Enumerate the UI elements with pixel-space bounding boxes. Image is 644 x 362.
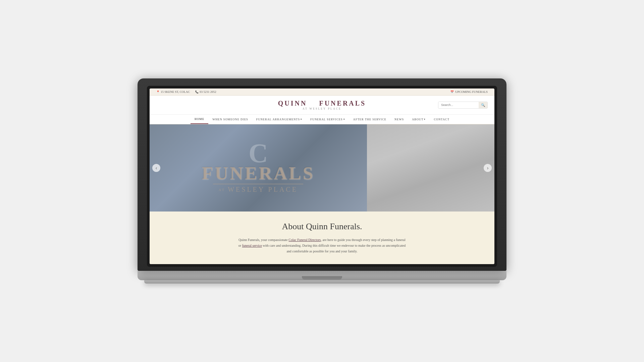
nav-label-home: HOME bbox=[195, 117, 204, 121]
about-text-part3: with care and understanding. During this… bbox=[262, 244, 406, 253]
search-box[interactable]: 🔍 bbox=[438, 102, 488, 109]
slider-next-button[interactable]: › bbox=[484, 164, 492, 172]
laptop-bottom bbox=[144, 280, 500, 284]
laptop-base bbox=[138, 271, 506, 280]
nav-label-news: NEWS bbox=[394, 118, 404, 121]
nav-label-when: WHEN SOMEONE DIES bbox=[212, 118, 248, 121]
phone-text: 03 5231 2052 bbox=[200, 90, 216, 94]
hero-side-image bbox=[367, 124, 494, 212]
nav-label-contact: CONTACT bbox=[434, 118, 449, 121]
chevron-down-icon-3: ▾ bbox=[424, 118, 426, 121]
header: QUINN FUNERALS AT WESLEY PLACE 🔍 bbox=[150, 96, 494, 115]
logo-title: QUINN FUNERALS bbox=[278, 100, 366, 107]
navigation: HOME WHEN SOMEONE DIES FUNERAL ARRANGEME… bbox=[150, 115, 494, 124]
nav-label-after: AFTER THE SERVICE bbox=[353, 118, 386, 121]
upcoming-text: UPCOMING FUNERALS bbox=[455, 90, 488, 94]
sign-c: C bbox=[249, 142, 268, 164]
upcoming-funerals[interactable]: 📅 UPCOMING FUNERALS bbox=[450, 90, 488, 94]
search-input[interactable] bbox=[438, 102, 479, 108]
nav-item-when-someone-dies[interactable]: WHEN SOMEONE DIES bbox=[208, 115, 252, 124]
laptop-notch bbox=[302, 276, 342, 280]
colac-funeral-directors-link[interactable]: Colac Funeral Directors bbox=[288, 238, 321, 242]
logo-q: Q bbox=[278, 100, 285, 107]
funeral-service-link[interactable]: funeral service bbox=[242, 244, 262, 247]
laptop-lid: 📍 15 SKENE ST, COLAC 📞 03 5231 2052 📅 UP… bbox=[138, 78, 506, 271]
calendar-icon: 📅 bbox=[450, 90, 454, 94]
nav-item-after-service[interactable]: AFTER THE SERVICE bbox=[349, 115, 390, 124]
nav-item-funeral-services[interactable]: FUNERAL SERVICES ▾ bbox=[306, 115, 349, 124]
top-bar: 📍 15 SKENE ST, COLAC 📞 03 5231 2052 📅 UP… bbox=[150, 88, 494, 96]
nav-item-contact[interactable]: CONTACT bbox=[430, 115, 453, 124]
nav-label-about: ABOUT bbox=[412, 118, 423, 121]
logo-subtitle: AT WESLEY PLACE bbox=[278, 107, 366, 110]
screen-bezel: 📍 15 SKENE ST, COLAC 📞 03 5231 2052 📅 UP… bbox=[147, 86, 497, 267]
sign-content: C FUNERALS AT WESLEY PLACE bbox=[202, 142, 315, 193]
logo-uinn: UINN bbox=[284, 100, 307, 107]
sign-bottom: AT WESLEY PLACE bbox=[219, 186, 298, 193]
phone-icon: 📞 bbox=[195, 90, 199, 94]
search-button[interactable]: 🔍 bbox=[479, 102, 487, 108]
location-icon: 📍 bbox=[156, 90, 160, 94]
nav-item-home[interactable]: HOME bbox=[191, 115, 208, 124]
address-item: 📍 15 SKENE ST, COLAC bbox=[156, 90, 190, 94]
sign-funerals-text: FUNERALS bbox=[202, 164, 315, 182]
about-section: About Quinn Funerals. Quinn Funerals, yo… bbox=[150, 212, 494, 264]
nav-item-news[interactable]: NEWS bbox=[390, 115, 408, 124]
phone-item[interactable]: 📞 03 5231 2052 bbox=[195, 90, 216, 94]
logo[interactable]: QUINN FUNERALS AT WESLEY PLACE bbox=[278, 100, 366, 110]
chevron-down-icon-2: ▾ bbox=[343, 118, 345, 121]
website: 📍 15 SKENE ST, COLAC 📞 03 5231 2052 📅 UP… bbox=[150, 88, 494, 264]
hero-slider: ‹ C FUNERALS AT WESLEY PLACE bbox=[150, 124, 494, 212]
logo-unerals: UNERALS bbox=[325, 100, 366, 107]
slider-prev-button[interactable]: ‹ bbox=[152, 164, 160, 172]
nav-label-services: FUNERAL SERVICES bbox=[310, 118, 342, 121]
laptop-frame: 📍 15 SKENE ST, COLAC 📞 03 5231 2052 📅 UP… bbox=[138, 78, 506, 284]
nav-label-arrangements: FUNERAL ARRANGEMENTS bbox=[256, 118, 300, 121]
sign-at-text: AT bbox=[219, 188, 225, 192]
sign-divider bbox=[213, 184, 303, 184]
about-text: Quinn Funerals, your compassionate Colac… bbox=[238, 237, 406, 254]
laptop-screen: 📍 15 SKENE ST, COLAC 📞 03 5231 2052 📅 UP… bbox=[150, 88, 494, 264]
hero-main-image: C FUNERALS AT WESLEY PLACE bbox=[150, 124, 367, 212]
nav-item-about[interactable]: ABOUT ▾ bbox=[408, 115, 430, 124]
address-text: 15 SKENE ST, COLAC bbox=[161, 90, 190, 94]
sign-wesley-text: WESLEY PLACE bbox=[228, 186, 298, 193]
nav-item-funeral-arrangements[interactable]: FUNERAL ARRANGEMENTS ▾ bbox=[252, 115, 306, 124]
top-bar-left: 📍 15 SKENE ST, COLAC 📞 03 5231 2052 bbox=[156, 90, 216, 94]
logo-f: F bbox=[319, 100, 324, 107]
about-text-part1: Quinn Funerals, your compassionate bbox=[238, 238, 288, 242]
chevron-down-icon: ▾ bbox=[301, 118, 302, 121]
about-title: About Quinn Funerals. bbox=[156, 222, 488, 232]
